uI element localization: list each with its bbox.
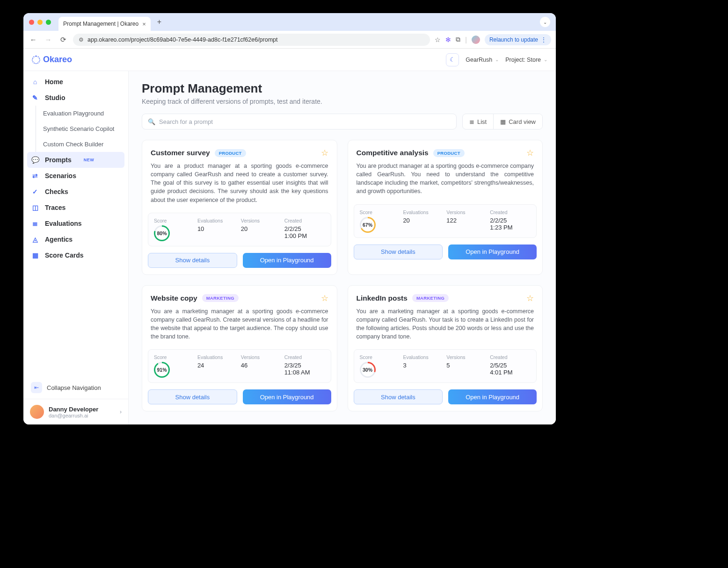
relaunch-button[interactable]: Relaunch to update ⋮ xyxy=(485,34,551,45)
stat-label: Score xyxy=(360,354,400,360)
brand-name: Okareo xyxy=(43,55,72,65)
stat-versions: Versions 122 xyxy=(446,209,487,233)
reload-button[interactable]: ⟳ xyxy=(58,36,68,44)
search-input[interactable]: 🔍 Search for a prompt xyxy=(142,114,457,129)
open-playground-button[interactable]: Open in Playground xyxy=(448,244,537,259)
open-playground-button[interactable]: Open in Playground xyxy=(243,389,331,404)
bookmark-star-icon[interactable]: ☆ xyxy=(435,36,441,43)
stat-label: Versions xyxy=(446,209,487,215)
avatar xyxy=(30,405,44,419)
theme-toggle-button[interactable]: ☾ xyxy=(446,53,459,66)
extensions-puzzle-icon[interactable]: ⧉ xyxy=(456,36,460,43)
browser-tab[interactable]: Prompt Management | Okareo × xyxy=(58,17,151,31)
category-tag: MARKETING xyxy=(412,294,449,302)
stat-label: Created xyxy=(490,354,531,360)
new-tab-button[interactable]: + xyxy=(154,18,164,26)
address-bar[interactable]: ⚙ app.okareo.com/project/8c69ab40-7e5e-4… xyxy=(73,34,430,46)
sidebar-item-label: Home xyxy=(45,78,63,86)
view-toggle: ≣ List ▦ Card view xyxy=(462,114,543,129)
new-badge: NEW xyxy=(84,158,95,162)
stat-created: Created 2/3/25 11:08 AM xyxy=(284,354,325,378)
prompt-card: Website copy MARKETING ☆ You are a marke… xyxy=(142,285,337,412)
org-name: GearRush xyxy=(466,57,492,63)
relaunch-label: Relaunch to update xyxy=(489,36,538,43)
sidebar-item-checks[interactable]: ✓ Checks xyxy=(23,184,128,200)
user-menu[interactable]: Danny Developer dan@gearrush.ai › xyxy=(23,399,128,424)
close-tab-icon[interactable]: × xyxy=(142,21,146,28)
grid-icon: ▦ xyxy=(500,118,506,125)
card-title: Competitive analysis xyxy=(357,149,429,157)
sidebar-item-label: Checks xyxy=(45,188,68,195)
sidebar-item-check-builder[interactable]: Custom Check Builder xyxy=(23,137,128,152)
prompt-card-grid: Customer survey PRODUCT ☆ You are a prod… xyxy=(142,140,543,411)
show-details-button[interactable]: Show details xyxy=(354,244,443,259)
sidebar-item-synthetic-copilot[interactable]: Synthetic Scenario Copilot xyxy=(23,121,128,137)
stat-label: Created xyxy=(284,354,325,360)
stat-value: 2/2/25 xyxy=(490,217,531,224)
score-value: 67% xyxy=(363,222,372,228)
org-selector[interactable]: GearRush ⌄ xyxy=(466,57,499,63)
show-details-button[interactable]: Show details xyxy=(354,389,443,404)
forward-button[interactable]: → xyxy=(43,36,53,43)
sidebar-item-home[interactable]: ⌂ Home xyxy=(23,74,128,90)
stat-value-time: 1:23 PM xyxy=(490,224,531,231)
card-actions: Show details Open in Playground xyxy=(142,383,337,411)
open-playground-button[interactable]: Open in Playground xyxy=(243,253,331,268)
favorite-star-icon[interactable]: ☆ xyxy=(526,148,534,158)
card-view-button[interactable]: ▦ Card view xyxy=(493,114,542,129)
extension-icon[interactable]: ✻ xyxy=(445,36,451,43)
card-description: You are a marketing manager at a sportin… xyxy=(142,307,337,347)
stat-evaluations: Evaluations 10 xyxy=(197,218,238,241)
sidebar-item-label: Prompts xyxy=(45,156,72,164)
controls-row: 🔍 Search for a prompt ≣ List ▦ Card view xyxy=(142,114,543,129)
card-header: LinkedIn posts MARKETING ☆ xyxy=(348,286,543,307)
sidebar-item-agentics[interactable]: ◬ Agentics xyxy=(23,231,128,247)
favorite-star-icon[interactable]: ☆ xyxy=(321,293,328,303)
stat-versions: Versions 20 xyxy=(241,218,282,241)
tabs-dropdown-icon[interactable]: ⌄ xyxy=(540,17,550,27)
search-placeholder: Search for a prompt xyxy=(159,118,213,125)
open-playground-button[interactable]: Open in Playground xyxy=(448,389,537,404)
sidebar-item-studio[interactable]: ✎ Studio xyxy=(23,90,128,106)
stat-value: 24 xyxy=(197,362,238,369)
show-details-button[interactable]: Show details xyxy=(148,389,237,404)
site-settings-icon[interactable]: ⚙ xyxy=(79,36,84,43)
minimize-window-button[interactable] xyxy=(37,20,43,25)
sidebar-item-traces[interactable]: ◫ Traces xyxy=(23,200,128,216)
back-button[interactable]: ← xyxy=(28,36,38,43)
card-stats: Score 80% Evaluations 10 Versions 20 Cre… xyxy=(148,213,331,246)
app-shell: Okareo ☾ GearRush ⌄ Project: Store ⌄ ⌂ xyxy=(23,49,556,424)
prompt-card: LinkedIn posts MARKETING ☆ You are a mar… xyxy=(348,285,543,412)
sidebar-item-scorecards[interactable]: ▦ Score Cards xyxy=(23,247,128,263)
list-view-label: List xyxy=(477,118,487,125)
stat-value: 122 xyxy=(446,217,487,224)
sidebar-item-prompts[interactable]: 💬 Prompts NEW xyxy=(27,152,124,168)
collapse-nav-button[interactable]: ⇤ Collapse Navigation xyxy=(23,376,128,399)
sidebar-nav: ⌂ Home ✎ Studio Evaluation Playground Sy… xyxy=(23,71,128,376)
favorite-star-icon[interactable]: ☆ xyxy=(526,293,534,303)
category-tag: PRODUCT xyxy=(433,149,465,157)
maximize-window-button[interactable] xyxy=(46,20,51,25)
sidebar-item-label: Traces xyxy=(45,204,66,211)
list-view-button[interactable]: ≣ List xyxy=(463,114,493,129)
browser-tab-strip: Prompt Management | Okareo × + ⌄ xyxy=(23,13,556,31)
check-icon: ✓ xyxy=(31,188,39,195)
stat-versions: Versions 5 xyxy=(446,354,487,378)
sidebar-item-eval-playground[interactable]: Evaluation Playground xyxy=(23,106,128,121)
sidebar-item-scenarios[interactable]: ⇄ Scenarios xyxy=(23,168,128,184)
sidebar-item-evaluations[interactable]: ≣ Evaluations xyxy=(23,216,128,231)
brand-logo[interactable]: Okareo xyxy=(32,55,72,65)
more-menu-icon[interactable]: ⋮ xyxy=(541,36,546,43)
project-selector[interactable]: Project: Store ⌄ xyxy=(505,57,547,63)
profile-avatar-icon[interactable] xyxy=(472,36,480,44)
card-header: Customer survey PRODUCT ☆ xyxy=(142,140,337,162)
close-window-button[interactable] xyxy=(29,20,34,25)
toolbar-actions: ☆ ✻ ⧉ | Relaunch to update ⋮ xyxy=(435,34,551,45)
card-description: You are product manager at a sporting go… xyxy=(348,162,543,201)
favorite-star-icon[interactable]: ☆ xyxy=(321,148,328,158)
stat-value: 46 xyxy=(241,362,282,369)
stat-label: Versions xyxy=(446,354,487,360)
chat-icon: 💬 xyxy=(31,156,39,164)
card-icon: ▦ xyxy=(31,252,39,259)
show-details-button[interactable]: Show details xyxy=(148,253,237,268)
